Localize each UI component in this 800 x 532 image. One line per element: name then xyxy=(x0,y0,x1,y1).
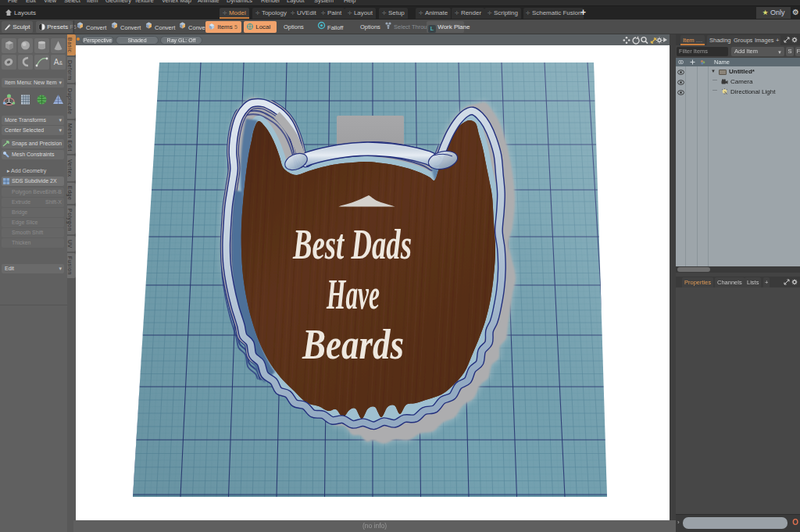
svg-text:Beards: Beards xyxy=(302,321,404,368)
svg-text:Have: Have xyxy=(326,271,380,318)
svg-text:Best Dads: Best Dads xyxy=(292,221,412,268)
